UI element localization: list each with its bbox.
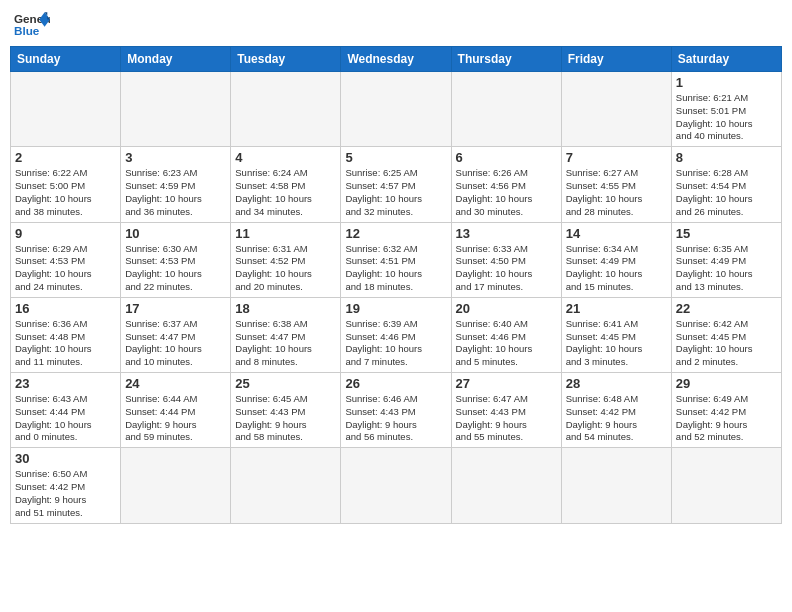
day-number: 2 <box>15 150 116 165</box>
day-number: 17 <box>125 301 226 316</box>
weekday-header-tuesday: Tuesday <box>231 47 341 72</box>
cell-info: Sunrise: 6:27 AM Sunset: 4:55 PM Dayligh… <box>566 167 667 218</box>
day-number: 29 <box>676 376 777 391</box>
cell-info: Sunrise: 6:24 AM Sunset: 4:58 PM Dayligh… <box>235 167 336 218</box>
calendar-cell: 25Sunrise: 6:45 AM Sunset: 4:43 PM Dayli… <box>231 373 341 448</box>
cell-info: Sunrise: 6:23 AM Sunset: 4:59 PM Dayligh… <box>125 167 226 218</box>
calendar-cell <box>451 448 561 523</box>
calendar-cell: 5Sunrise: 6:25 AM Sunset: 4:57 PM Daylig… <box>341 147 451 222</box>
cell-info: Sunrise: 6:50 AM Sunset: 4:42 PM Dayligh… <box>15 468 116 519</box>
day-number: 4 <box>235 150 336 165</box>
calendar-cell <box>121 448 231 523</box>
weekday-header-wednesday: Wednesday <box>341 47 451 72</box>
day-number: 26 <box>345 376 446 391</box>
calendar-cell: 14Sunrise: 6:34 AM Sunset: 4:49 PM Dayli… <box>561 222 671 297</box>
cell-info: Sunrise: 6:29 AM Sunset: 4:53 PM Dayligh… <box>15 243 116 294</box>
calendar-cell: 7Sunrise: 6:27 AM Sunset: 4:55 PM Daylig… <box>561 147 671 222</box>
weekday-header-sunday: Sunday <box>11 47 121 72</box>
day-number: 14 <box>566 226 667 241</box>
calendar-cell: 9Sunrise: 6:29 AM Sunset: 4:53 PM Daylig… <box>11 222 121 297</box>
cell-info: Sunrise: 6:26 AM Sunset: 4:56 PM Dayligh… <box>456 167 557 218</box>
day-number: 24 <box>125 376 226 391</box>
calendar-week-row: 23Sunrise: 6:43 AM Sunset: 4:44 PM Dayli… <box>11 373 782 448</box>
cell-info: Sunrise: 6:41 AM Sunset: 4:45 PM Dayligh… <box>566 318 667 369</box>
cell-info: Sunrise: 6:43 AM Sunset: 4:44 PM Dayligh… <box>15 393 116 444</box>
day-number: 23 <box>15 376 116 391</box>
calendar-cell: 13Sunrise: 6:33 AM Sunset: 4:50 PM Dayli… <box>451 222 561 297</box>
day-number: 15 <box>676 226 777 241</box>
weekday-header-thursday: Thursday <box>451 47 561 72</box>
cell-info: Sunrise: 6:36 AM Sunset: 4:48 PM Dayligh… <box>15 318 116 369</box>
day-number: 21 <box>566 301 667 316</box>
calendar-cell <box>561 448 671 523</box>
calendar-cell <box>341 72 451 147</box>
logo-icon: General Blue <box>14 10 50 38</box>
calendar-cell <box>671 448 781 523</box>
calendar-cell: 16Sunrise: 6:36 AM Sunset: 4:48 PM Dayli… <box>11 297 121 372</box>
day-number: 7 <box>566 150 667 165</box>
day-number: 30 <box>15 451 116 466</box>
calendar-cell: 11Sunrise: 6:31 AM Sunset: 4:52 PM Dayli… <box>231 222 341 297</box>
cell-info: Sunrise: 6:38 AM Sunset: 4:47 PM Dayligh… <box>235 318 336 369</box>
calendar-cell: 12Sunrise: 6:32 AM Sunset: 4:51 PM Dayli… <box>341 222 451 297</box>
day-number: 12 <box>345 226 446 241</box>
weekday-header-row: SundayMondayTuesdayWednesdayThursdayFrid… <box>11 47 782 72</box>
calendar-week-row: 30Sunrise: 6:50 AM Sunset: 4:42 PM Dayli… <box>11 448 782 523</box>
day-number: 8 <box>676 150 777 165</box>
day-number: 1 <box>676 75 777 90</box>
calendar-cell <box>561 72 671 147</box>
calendar-cell: 1Sunrise: 6:21 AM Sunset: 5:01 PM Daylig… <box>671 72 781 147</box>
calendar-cell: 24Sunrise: 6:44 AM Sunset: 4:44 PM Dayli… <box>121 373 231 448</box>
day-number: 3 <box>125 150 226 165</box>
cell-info: Sunrise: 6:33 AM Sunset: 4:50 PM Dayligh… <box>456 243 557 294</box>
day-number: 22 <box>676 301 777 316</box>
calendar-table: SundayMondayTuesdayWednesdayThursdayFrid… <box>10 46 782 524</box>
day-number: 5 <box>345 150 446 165</box>
calendar-cell <box>231 72 341 147</box>
day-number: 16 <box>15 301 116 316</box>
cell-info: Sunrise: 6:46 AM Sunset: 4:43 PM Dayligh… <box>345 393 446 444</box>
calendar-cell: 20Sunrise: 6:40 AM Sunset: 4:46 PM Dayli… <box>451 297 561 372</box>
cell-info: Sunrise: 6:47 AM Sunset: 4:43 PM Dayligh… <box>456 393 557 444</box>
calendar-cell: 26Sunrise: 6:46 AM Sunset: 4:43 PM Dayli… <box>341 373 451 448</box>
calendar-week-row: 1Sunrise: 6:21 AM Sunset: 5:01 PM Daylig… <box>11 72 782 147</box>
calendar-cell: 23Sunrise: 6:43 AM Sunset: 4:44 PM Dayli… <box>11 373 121 448</box>
cell-info: Sunrise: 6:35 AM Sunset: 4:49 PM Dayligh… <box>676 243 777 294</box>
weekday-header-friday: Friday <box>561 47 671 72</box>
day-number: 18 <box>235 301 336 316</box>
page-header: General Blue <box>10 10 782 38</box>
calendar-cell <box>11 72 121 147</box>
cell-info: Sunrise: 6:49 AM Sunset: 4:42 PM Dayligh… <box>676 393 777 444</box>
cell-info: Sunrise: 6:44 AM Sunset: 4:44 PM Dayligh… <box>125 393 226 444</box>
calendar-cell: 18Sunrise: 6:38 AM Sunset: 4:47 PM Dayli… <box>231 297 341 372</box>
calendar-cell: 22Sunrise: 6:42 AM Sunset: 4:45 PM Dayli… <box>671 297 781 372</box>
calendar-week-row: 9Sunrise: 6:29 AM Sunset: 4:53 PM Daylig… <box>11 222 782 297</box>
cell-info: Sunrise: 6:39 AM Sunset: 4:46 PM Dayligh… <box>345 318 446 369</box>
cell-info: Sunrise: 6:31 AM Sunset: 4:52 PM Dayligh… <box>235 243 336 294</box>
cell-info: Sunrise: 6:34 AM Sunset: 4:49 PM Dayligh… <box>566 243 667 294</box>
cell-info: Sunrise: 6:30 AM Sunset: 4:53 PM Dayligh… <box>125 243 226 294</box>
day-number: 13 <box>456 226 557 241</box>
day-number: 28 <box>566 376 667 391</box>
day-number: 10 <box>125 226 226 241</box>
calendar-week-row: 2Sunrise: 6:22 AM Sunset: 5:00 PM Daylig… <box>11 147 782 222</box>
svg-text:Blue: Blue <box>14 24 40 37</box>
day-number: 11 <box>235 226 336 241</box>
logo: General Blue <box>14 10 50 38</box>
calendar-cell: 6Sunrise: 6:26 AM Sunset: 4:56 PM Daylig… <box>451 147 561 222</box>
day-number: 20 <box>456 301 557 316</box>
calendar-cell: 10Sunrise: 6:30 AM Sunset: 4:53 PM Dayli… <box>121 222 231 297</box>
cell-info: Sunrise: 6:45 AM Sunset: 4:43 PM Dayligh… <box>235 393 336 444</box>
calendar-cell <box>341 448 451 523</box>
weekday-header-saturday: Saturday <box>671 47 781 72</box>
calendar-cell <box>121 72 231 147</box>
calendar-cell: 15Sunrise: 6:35 AM Sunset: 4:49 PM Dayli… <box>671 222 781 297</box>
cell-info: Sunrise: 6:25 AM Sunset: 4:57 PM Dayligh… <box>345 167 446 218</box>
calendar-cell: 27Sunrise: 6:47 AM Sunset: 4:43 PM Dayli… <box>451 373 561 448</box>
cell-info: Sunrise: 6:21 AM Sunset: 5:01 PM Dayligh… <box>676 92 777 143</box>
cell-info: Sunrise: 6:40 AM Sunset: 4:46 PM Dayligh… <box>456 318 557 369</box>
calendar-cell: 2Sunrise: 6:22 AM Sunset: 5:00 PM Daylig… <box>11 147 121 222</box>
calendar-week-row: 16Sunrise: 6:36 AM Sunset: 4:48 PM Dayli… <box>11 297 782 372</box>
calendar-cell <box>451 72 561 147</box>
cell-info: Sunrise: 6:32 AM Sunset: 4:51 PM Dayligh… <box>345 243 446 294</box>
